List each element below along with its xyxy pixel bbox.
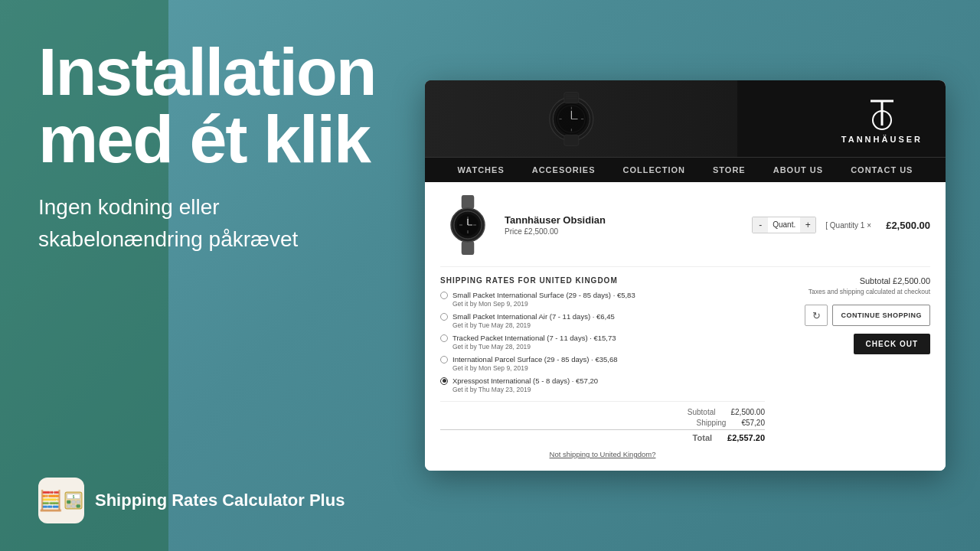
brand-name: TANNHÄUSER	[841, 135, 923, 144]
nav-item-accesories[interactable]: ACCESORIES	[518, 158, 609, 182]
calculator-icon: $	[63, 487, 84, 514]
radio-option-2[interactable]	[440, 313, 448, 321]
subtext: Ingen kodning eller skabelonændring påkr…	[38, 191, 383, 256]
shipping-option-1-label: Small Packet International Surface (29 -…	[452, 291, 635, 299]
brand-logo-icon	[863, 93, 901, 132]
app-icon: $	[38, 478, 84, 523]
quantity-control[interactable]: - Quant. +	[752, 217, 816, 233]
watch-hero-image	[531, 83, 631, 155]
shipping-option-3[interactable]: Tracked Packet International (7 - 11 day…	[440, 334, 765, 350]
cart-content: Tannhäuser Obsidian Price £2,500.00 - Qu…	[425, 182, 946, 471]
store-hero: TANNHÄUSER	[425, 80, 946, 157]
shipping-option-3-label: Tracked Packet International (7 - 11 day…	[452, 334, 616, 342]
shipping-option-5-date: Get it by Thu May 23, 2019	[452, 386, 765, 393]
subtotal-label: Subtotal	[688, 408, 716, 416]
summary-column: Subtotal £2,500.00 Taxes and shipping ca…	[777, 276, 930, 458]
total-row: Total £2,557.20	[440, 429, 765, 442]
svg-rect-2	[67, 500, 70, 504]
not-shipping-link[interactable]: Not shipping to United Kingdom?	[440, 450, 765, 458]
svg-text:$: $	[73, 495, 75, 499]
product-row: Tannhäuser Obsidian Price £2,500.00 - Qu…	[440, 194, 930, 267]
svg-rect-5	[67, 504, 70, 507]
total-label: Total	[693, 433, 712, 442]
shipping-option-5-label: Xpresspost International (5 - 8 days) · …	[452, 377, 598, 385]
qty-decrease-button[interactable]: -	[753, 217, 768, 233]
radio-option-5-selected[interactable]	[440, 377, 448, 385]
cart-main-columns: SHIPPING RATES FOR UNITED KINGDOM Small …	[440, 276, 930, 458]
svg-rect-4	[77, 500, 80, 504]
checkout-button[interactable]: CHECK OUT	[854, 334, 930, 354]
browser-mockup-container: TANNHÄUSER WATCHES ACCESORIES COLLECTION…	[413, 0, 980, 551]
total-summary: Subtotal £2,500.00 Shipping €57,20 Total…	[440, 401, 765, 442]
shipping-option-4[interactable]: International Parcel Surface (29 - 85 da…	[440, 355, 765, 372]
nav-item-collection[interactable]: COLLECTION	[609, 158, 699, 182]
shipping-value: €57,20	[741, 419, 765, 427]
shipping-option-1-date: Get it by Mon Sep 9, 2019	[452, 300, 765, 308]
nav-item-about[interactable]: ABOUT US	[760, 158, 837, 182]
svg-rect-3	[72, 500, 76, 504]
store-header: TANNHÄUSER WATCHES ACCESORIES COLLECTION…	[425, 80, 946, 182]
svg-rect-20	[564, 135, 579, 145]
radio-option-4[interactable]	[440, 356, 448, 364]
svg-rect-6	[72, 504, 76, 507]
quantity-multiplier: [ Quantity 1 ×	[825, 221, 871, 230]
tax-note-text: Taxes and shipping calculated at checkou…	[777, 288, 930, 295]
watch-hero-bg	[425, 80, 737, 157]
svg-rect-7	[77, 504, 80, 507]
product-watch-image	[442, 195, 494, 255]
summary-subtotal-text: Subtotal £2,500.00	[777, 276, 930, 285]
svg-rect-28	[462, 241, 474, 255]
quantity-value: Quant.	[768, 217, 800, 233]
product-price-label: Price £2,500.00	[505, 227, 743, 236]
product-controls[interactable]: - Quant. + [ Quantity 1 × £2,500.00	[752, 217, 930, 233]
shipping-option-1[interactable]: Small Packet International Surface (29 -…	[440, 291, 765, 308]
store-logo: TANNHÄUSER	[841, 93, 923, 144]
nav-item-contact[interactable]: CONTACT US	[837, 158, 926, 182]
shipping-option-4-label: International Parcel Surface (29 - 85 da…	[452, 355, 617, 364]
radio-option-1[interactable]	[440, 292, 448, 299]
store-nav[interactable]: WATCHES ACCESORIES COLLECTION STORE ABOU…	[425, 157, 946, 182]
shipping-option-4-date: Get it by Mon Sep 9, 2019	[452, 364, 765, 372]
headline: Installation med ét klik	[38, 38, 383, 173]
shipping-label-row: Shipping	[696, 419, 726, 427]
nav-item-store[interactable]: STORE	[699, 158, 760, 182]
shipping-rates-title: SHIPPING RATES FOR UNITED KINGDOM	[440, 276, 765, 285]
refresh-button[interactable]: ↻	[805, 305, 828, 326]
browser-window: TANNHÄUSER WATCHES ACCESORIES COLLECTION…	[425, 80, 946, 471]
shipping-option-2-date: Get it by Tue May 28, 2019	[452, 321, 765, 329]
app-branding: $ Shipping Rates Calculator Plus	[38, 478, 383, 523]
subtotal-value: £2,500.00	[731, 408, 766, 416]
svg-rect-19	[564, 92, 579, 103]
shipping-option-2-label: Small Packet International Air (7 - 11 d…	[452, 312, 615, 321]
product-thumbnail	[440, 194, 495, 256]
continue-shopping-button[interactable]: CONTINUE SHOPPING	[832, 305, 930, 326]
svg-rect-27	[462, 195, 474, 209]
nav-item-watches[interactable]: WATCHES	[444, 158, 518, 182]
product-name: Tannhäuser Obsidian	[505, 214, 743, 226]
qty-increase-button[interactable]: +	[800, 217, 815, 233]
shipping-option-2[interactable]: Small Packet International Air (7 - 11 d…	[440, 312, 765, 329]
total-value: £2,557.20	[727, 433, 765, 442]
app-name-label: Shipping Rates Calculator Plus	[95, 491, 345, 510]
subtotal-row: Subtotal £2,500.00	[440, 408, 765, 416]
shipping-column: SHIPPING RATES FOR UNITED KINGDOM Small …	[440, 276, 765, 458]
product-info: Tannhäuser Obsidian Price £2,500.00	[505, 214, 743, 236]
shipping-option-5[interactable]: Xpresspost International (5 - 8 days) · …	[440, 377, 765, 393]
radio-option-3[interactable]	[440, 334, 448, 342]
product-total-price: £2,500.00	[880, 220, 930, 231]
action-buttons: ↻ CONTINUE SHOPPING	[777, 305, 930, 326]
shipping-row: Shipping €57,20	[440, 419, 765, 427]
shipping-option-3-date: Get it by Tue May 28, 2019	[452, 343, 765, 350]
